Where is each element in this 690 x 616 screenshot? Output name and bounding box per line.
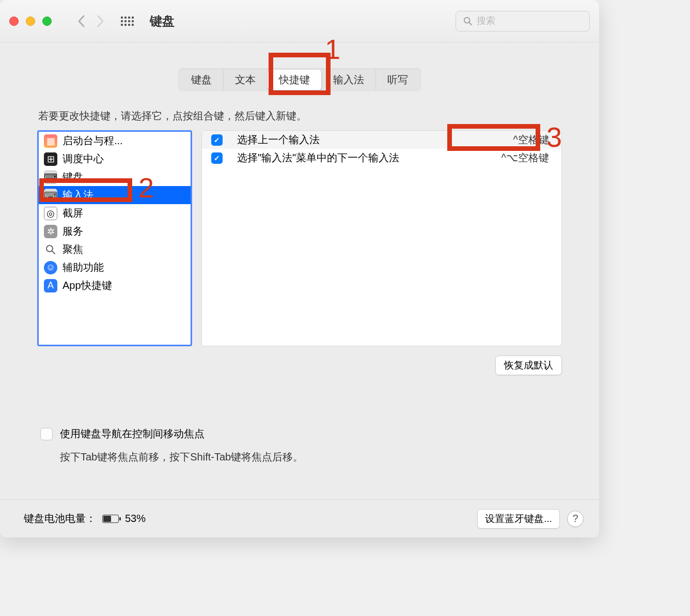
keyboard-nav-row[interactable]: 使用键盘导航在控制间移动焦点 xyxy=(40,427,599,441)
shortcut-keys[interactable]: ^⌥空格键 xyxy=(501,151,549,165)
sidebar-item-app-shortcuts[interactable]: A App快捷键 xyxy=(39,276,191,295)
keyboard-nav-label: 使用键盘导航在控制间移动焦点 xyxy=(60,427,205,441)
tab-shortcuts[interactable]: 快捷键 xyxy=(268,70,322,90)
keyboard-icon: ⌨ xyxy=(44,189,57,202)
svg-point-2 xyxy=(46,245,53,252)
battery-label: 键盘电池电量： xyxy=(24,512,96,526)
panels: ▦ 启动台与程... ⊞ 调度中心 ⌨ 键盘 ⌨ 输入法 ◎ 截屏 ✲ 服务 xyxy=(0,130,599,346)
keyboard-nav-section: 使用键盘导航在控制间移动焦点 按下Tab键将焦点前移，按下Shift-Tab键将… xyxy=(0,375,599,464)
svg-point-0 xyxy=(464,17,470,23)
mission-control-icon: ⊞ xyxy=(44,152,57,166)
sidebar-item-label: 键盘 xyxy=(62,170,83,184)
sidebar-item-label: 截屏 xyxy=(62,206,83,220)
sidebar-item-accessibility[interactable]: ☺ 辅助功能 xyxy=(39,258,191,276)
launchpad-icon: ▦ xyxy=(44,134,57,148)
shortcut-checkbox[interactable]: ✓ xyxy=(211,134,223,146)
window-title: 键盘 xyxy=(150,13,175,29)
sidebar-item-label: 聚焦 xyxy=(62,242,83,256)
shortcut-label: 选择"输入法"菜单中的下一个输入法 xyxy=(237,151,501,165)
sidebar-item-input-sources[interactable]: ⌨ 输入法 xyxy=(39,186,191,204)
window-controls xyxy=(9,17,52,26)
gear-icon: ✲ xyxy=(44,225,57,238)
keyboard-nav-checkbox[interactable] xyxy=(40,428,53,440)
show-all-button[interactable] xyxy=(118,12,136,30)
tab-dictation[interactable]: 听写 xyxy=(376,70,419,90)
grid-icon xyxy=(121,17,134,26)
shortcut-row[interactable]: ✓ 选择"输入法"菜单中的下一个输入法 ^⌥空格键 xyxy=(202,149,561,167)
svg-line-3 xyxy=(52,251,55,254)
tab-input-sources[interactable]: 输入法 xyxy=(322,70,376,90)
help-button[interactable]: ? xyxy=(567,511,584,527)
instructions-text: 若要更改快捷键，请选择它，点按组合键，然后键入新键。 xyxy=(38,109,599,123)
battery-icon xyxy=(102,515,119,523)
search-input[interactable] xyxy=(477,16,582,26)
sidebar-item-label: 调度中心 xyxy=(62,152,104,166)
sidebar-item-label: 输入法 xyxy=(62,188,93,202)
forward-button[interactable] xyxy=(91,12,109,30)
category-sidebar[interactable]: ▦ 启动台与程... ⊞ 调度中心 ⌨ 键盘 ⌨ 输入法 ◎ 截屏 ✲ 服务 xyxy=(37,130,192,346)
tab-keyboard[interactable]: 键盘 xyxy=(180,70,224,90)
battery-status: 键盘电池电量： 53% xyxy=(24,512,146,526)
restore-defaults-button[interactable]: 恢复成默认 xyxy=(495,356,562,375)
appstore-icon: A xyxy=(44,279,57,292)
tab-bar: 键盘 文本 快捷键 输入法 听写 xyxy=(0,68,599,91)
titlebar: 键盘 xyxy=(0,0,599,42)
minimize-window-button[interactable] xyxy=(26,17,35,26)
restore-defaults-wrap: 恢复成默认 xyxy=(0,346,599,375)
keyboard-icon: ⌨ xyxy=(44,171,57,184)
shortcut-checkbox[interactable]: ✓ xyxy=(211,152,223,164)
footer: 键盘电池电量： 53% 设置蓝牙键盘... ? xyxy=(0,499,599,537)
shortcut-list[interactable]: ✓ 选择上一个输入法 ^空格键 ✓ 选择"输入法"菜单中的下一个输入法 ^⌥空格… xyxy=(201,130,562,346)
sidebar-item-launchpad[interactable]: ▦ 启动台与程... xyxy=(39,132,191,150)
search-icon xyxy=(44,243,57,256)
sidebar-item-keyboard[interactable]: ⌨ 键盘 xyxy=(39,168,191,186)
shortcut-label: 选择上一个输入法 xyxy=(237,133,513,147)
sidebar-item-label: 服务 xyxy=(62,224,83,238)
segment-control: 键盘 文本 快捷键 输入法 听写 xyxy=(178,68,421,91)
svg-line-1 xyxy=(469,22,472,24)
search-field[interactable] xyxy=(456,11,590,32)
sidebar-item-label: 启动台与程... xyxy=(62,134,123,148)
sidebar-item-services[interactable]: ✲ 服务 xyxy=(39,222,191,240)
sidebar-item-label: 辅助功能 xyxy=(62,260,104,274)
sidebar-item-spotlight[interactable]: 聚焦 xyxy=(39,240,191,258)
close-window-button[interactable] xyxy=(9,17,19,26)
back-button[interactable] xyxy=(72,12,91,30)
zoom-window-button[interactable] xyxy=(42,17,52,26)
bluetooth-keyboard-button[interactable]: 设置蓝牙键盘... xyxy=(477,509,560,529)
battery-percent: 53% xyxy=(125,513,146,525)
tab-text[interactable]: 文本 xyxy=(224,70,268,90)
search-icon xyxy=(463,16,473,26)
preferences-window: Z www.MacZ.com 键盘 xyxy=(0,0,599,537)
sidebar-item-mission-control[interactable]: ⊞ 调度中心 xyxy=(39,150,191,168)
accessibility-icon: ☺ xyxy=(44,261,57,274)
shortcut-row[interactable]: ✓ 选择上一个输入法 ^空格键 xyxy=(202,131,561,149)
sidebar-item-screenshots[interactable]: ◎ 截屏 xyxy=(39,204,191,222)
keyboard-nav-hint: 按下Tab键将焦点前移，按下Shift-Tab键将焦点后移。 xyxy=(60,450,599,464)
screenshot-icon: ◎ xyxy=(44,207,57,220)
shortcut-keys[interactable]: ^空格键 xyxy=(513,133,549,147)
sidebar-item-label: App快捷键 xyxy=(62,279,112,292)
